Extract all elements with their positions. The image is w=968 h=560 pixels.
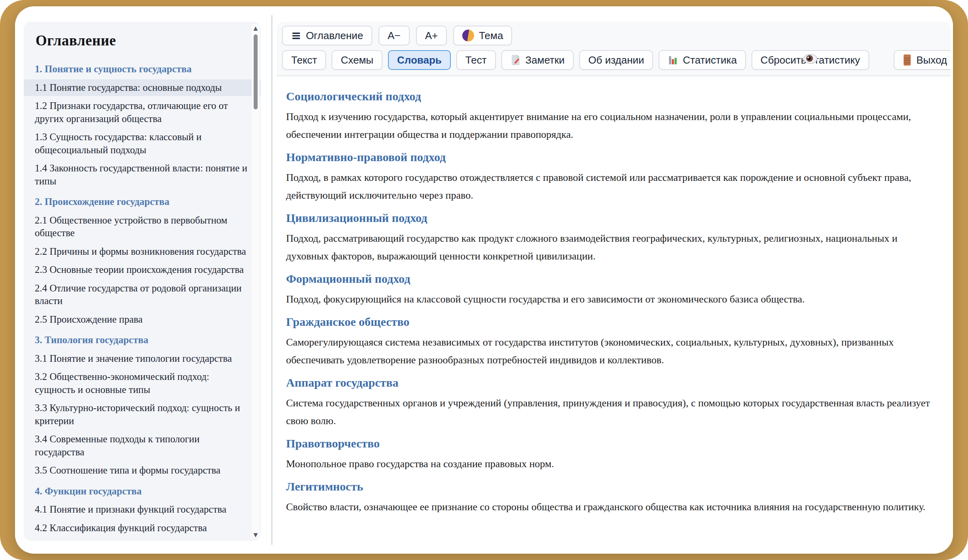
exit-label: Выход [916,54,947,66]
glossary-term: Нормативно-правовой подход [286,150,934,164]
glossary-content: Социологический подходПодход к изучению … [277,76,951,530]
glossary-definition: Подход к изучению государства, который а… [286,108,934,143]
scroll-down-arrow-icon[interactable]: ▼ [252,532,260,538]
theme-label: Тема [479,30,503,42]
glossary-definition: Свойство власти, означающее ее признание… [286,498,934,516]
toc-chapter[interactable]: 1. Понятие и сущность государства [24,61,261,78]
toc-item[interactable]: 3.4 Современные подходы к типологии госу… [24,431,261,460]
glossary-definition: Система государственных органов и учрежд… [286,394,934,430]
tab-dictionary[interactable]: Словарь [388,50,451,70]
toc-chapter[interactable]: 2. Происхождение государства [24,194,261,210]
tab-schemes[interactable]: Схемы [331,50,382,70]
glossary-definition: Подход, фокусирующийся на классовой сущн… [286,290,934,308]
scrollbar-thumb[interactable] [254,34,258,109]
font-decrease-label: А− [388,30,401,42]
tab-statistics-label: Статистика [683,54,737,66]
memo-pencil-icon [510,54,521,66]
theme-button[interactable]: Тема [453,26,512,45]
tab-test-label: Тест [465,54,487,66]
toc-chapter[interactable]: 4. Функции государства [24,483,261,500]
tab-text[interactable]: Текст [282,50,326,70]
glossary-term: Социологический подход [286,90,934,103]
glossary-entry: Цивилизационный подходПодход, рассматрив… [286,211,934,265]
glossary-definition: Саморегулирующаяся система независимых о… [286,333,934,369]
toc-item[interactable]: 4.2 Классификация функций государства [24,520,261,537]
glossary-term: Формационный подход [286,272,934,286]
toc-item[interactable]: 1.1 Понятие государства: основные подход… [24,79,261,96]
glossary-term: Цивилизационный подход [286,211,934,225]
glossary-entry: Формационный подходПодход, фокусирующийс… [286,272,934,308]
font-increase-label: А+ [425,30,438,42]
toc-item[interactable]: 2.1 Общественное устройство в первобытно… [24,212,261,242]
toc-item[interactable]: 3.5 Соотношение типа и формы государства [24,462,261,479]
glossary-term: Правотворчество [286,437,934,450]
scroll-up-arrow-icon[interactable]: ▲ [252,25,260,31]
glossary-term: Аппарат государства [286,376,934,389]
toc-item[interactable]: 3.1 Понятие и значение типологии государ… [24,350,261,367]
main-panel: ≡ Оглавление А− А+ Тема Текст Схемы Слов… [277,22,951,541]
toc-item[interactable]: 4.3 Внутренние функции государства [24,538,261,541]
toc-title: Оглавление [36,32,245,49]
toc-item[interactable]: 1.3 Сущность государства: классовый и об… [24,129,261,158]
theme-half-circle-icon [462,30,474,41]
glossary-term: Легитимность [286,480,934,493]
tab-text-label: Текст [291,54,317,66]
exit-button[interactable]: Выход [894,50,951,70]
hamburger-icon: ≡ [291,30,301,41]
tab-test[interactable]: Тест [456,50,496,70]
panel-splitter[interactable] [271,15,273,545]
toc-toggle-button[interactable]: ≡ Оглавление [282,26,372,45]
tab-notes[interactable]: Заметки [501,50,574,70]
toolbar: ≡ Оглавление А− А+ Тема Текст Схемы Слов… [277,22,951,76]
font-decrease-button[interactable]: А− [379,26,410,45]
sidebar-scrollbar[interactable]: ▲ ▼ [252,24,260,539]
glossary-entry: Социологический подходПодход к изучению … [286,90,934,143]
font-increase-button[interactable]: А+ [416,26,447,45]
toc-item[interactable]: 2.4 Отличие государства от родовой орган… [24,280,261,310]
tab-notes-label: Заметки [525,54,565,66]
glossary-entry: Гражданское обществоСаморегулирующаяся с… [286,315,934,369]
tab-dictionary-label: Словарь [397,54,442,66]
bar-chart-icon [668,55,678,65]
toc-item[interactable]: 3.3 Культурно-исторический подход: сущно… [24,400,261,429]
toc-item[interactable]: 1.4 Законность государственной власти: п… [24,160,261,190]
toolbar-row-1: ≡ Оглавление А− А+ Тема [282,26,945,45]
toc-sidebar: Оглавление 1. Понятие и сущность государ… [24,22,261,541]
toc-item[interactable]: 1.2 Признаки государства, отличающие его… [24,98,261,127]
toc-list: 1. Понятие и сущность государства1.1 Пон… [35,61,245,541]
toc-item[interactable]: 2.5 Происхождение права [24,311,261,328]
toc-item[interactable]: 4.1 Понятие и признаки функций государст… [24,501,261,518]
toolbar-row-2: Текст Схемы Словарь Тест [282,50,945,70]
glossary-term: Гражданское общество [286,315,934,329]
app-background: Оглавление 1. Понятие и сущность государ… [0,0,968,560]
toc-chapter[interactable]: 3. Типология государства [24,332,261,349]
glossary-entry: Аппарат государстваСистема государственн… [286,376,934,430]
glossary-entry: ЛегитимностьСвойство власти, означающее … [286,480,934,516]
tab-schemes-label: Схемы [341,54,373,66]
toc-item[interactable]: 2.3 Основные теории происхождения госуда… [24,261,261,278]
glossary-entry: Нормативно-правовой подходПодход, в рамк… [286,150,934,204]
glossary-definition: Подход, рассматривающий государство как … [286,229,934,265]
glossary-definition: Монопольное право государства на создани… [286,455,934,473]
glossary-definition: Подход, в рамках которого государство от… [286,169,934,204]
toc-item[interactable]: 2.2 Причины и формы возникновения госуда… [24,243,261,260]
tab-statistics[interactable]: Статистика [659,50,746,70]
toc-toggle-label: Оглавление [306,30,363,42]
tab-about-label: Об издании [588,54,644,66]
toc-item[interactable]: 3.2 Общественно-экономический подход: су… [24,368,261,398]
eye-icon[interactable] [803,53,818,64]
tab-about[interactable]: Об издании [579,50,653,70]
glossary-entry: ПравотворчествоМонопольное право государ… [286,437,934,473]
app-window: Оглавление 1. Понятие и сущность государ… [15,6,953,554]
door-icon [903,54,912,66]
